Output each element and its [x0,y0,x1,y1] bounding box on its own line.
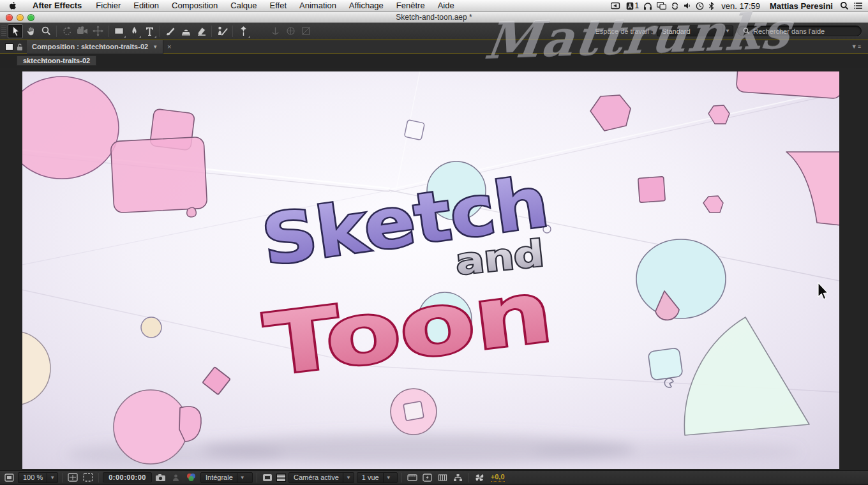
pink-teardrop [187,207,197,217]
magnification-value: 100 % [23,474,43,481]
notification-center-icon[interactable] [853,2,863,10]
chevron-down-icon: ▼ [383,473,391,482]
safe-zones-icon[interactable] [66,472,79,483]
unified-camera-tool[interactable] [75,24,90,38]
lock-icon[interactable] [16,43,24,51]
menu-after-effects[interactable]: After Effects [25,0,89,12]
displays-icon[interactable] [657,2,666,10]
hand-tool[interactable] [23,24,38,38]
show-snapshot-icon[interactable] [170,472,183,483]
eraser-tool[interactable] [193,24,209,38]
bottombar-divider [401,473,402,482]
view-layout-dropdown[interactable]: 1 vue ▼ [357,472,398,483]
composition-image: Sketch and Toon [22,71,839,469]
brush-tool[interactable] [163,24,178,38]
chevron-down-icon: ▼ [47,473,55,482]
exposure-icon[interactable] [473,472,486,483]
channels-icon[interactable] [185,472,198,483]
axis-mode-local-icon[interactable] [267,24,283,38]
toolbar-grip[interactable] [1,26,6,37]
macos-menubar: After Effects Fichier Edition Compositio… [0,0,868,12]
composition-breadcrumb[interactable]: sktechtoon-traits-02 [17,56,96,66]
toggle-mask-icon[interactable] [261,472,274,483]
search-icon [743,27,750,34]
input-source-count: 1 [635,1,640,10]
resolution-value: Intégrale [206,474,233,481]
pink-square-large [110,137,207,213]
menubar-status: 1 ven. 17:59 Mattias Peresini [611,1,868,11]
outline-square-top [404,120,424,140]
help-search-input[interactable] [753,27,856,35]
bottombar-divider [98,473,99,482]
toolbar-divider [56,26,57,37]
menubar-clock[interactable]: ven. 17:59 [719,1,763,11]
toolbar-divider [232,26,233,37]
exposure-value[interactable]: +0,0 [491,473,505,482]
mini-flowchart-icon[interactable] [452,472,465,483]
menu-fichier[interactable]: Fichier [89,0,127,12]
viewer-options-icon[interactable] [3,472,15,483]
panel-tabbar: Composition : sktechtoon-traits-02 ▼ × ▼… [0,40,868,54]
screen: After Effects Fichier Edition Compositio… [0,0,868,485]
type-tool[interactable] [142,24,157,38]
pan-behind-tool[interactable] [90,24,105,38]
cyan-circle-right [636,239,726,318]
tab-menu-chevron-icon[interactable]: ▼ [153,44,158,50]
menubar-user[interactable]: Mattias Peresini [767,1,835,11]
menu-effet[interactable]: Effet [264,0,294,12]
reset-exposure-icon[interactable] [437,472,449,483]
snapshot-icon[interactable] [154,472,167,483]
workspace-label: Espace de travail : [595,27,654,35]
screen-capture-icon[interactable] [611,2,622,10]
composition-tab[interactable]: Composition : sktechtoon-traits-02 ▼ [27,40,163,54]
tab-close-icon[interactable]: × [163,43,175,50]
roto-brush-tool[interactable] [214,24,230,38]
zoom-tool[interactable] [38,24,54,38]
menu-animation[interactable]: Animation [293,0,343,12]
menu-affichage[interactable]: Affichage [343,0,390,12]
menu-composition[interactable]: Composition [165,0,224,12]
spotlight-icon[interactable] [840,1,849,10]
transparency-grid-icon[interactable] [276,474,286,482]
menu-edition[interactable]: Edition [127,0,165,12]
chevron-down-icon: ▼ [722,26,730,36]
panel-thumbnail-icon[interactable] [5,43,13,50]
composition-viewport[interactable]: Sketch and Toon [0,68,868,470]
timeline-icon[interactable] [406,472,419,483]
sync-icon[interactable] [671,2,679,10]
chevron-down-icon: ▼ [237,473,245,482]
input-source-icon[interactable]: 1 [626,1,640,10]
resolution-dropdown[interactable]: Intégrale ▼ [200,472,253,483]
pink-square-mid-right [638,177,666,203]
toolbar-divider [211,26,212,37]
current-time-field[interactable]: 0:00:00:00 [103,472,152,482]
selection-tool[interactable] [8,24,23,38]
pen-tool[interactable] [126,24,142,38]
volume-icon[interactable] [684,2,691,10]
bluetooth-icon[interactable] [708,2,714,10]
clone-stamp-tool[interactable] [178,24,193,38]
camera-dropdown[interactable]: Caméra active ▼ [288,472,354,483]
magnification-dropdown[interactable]: 100 % ▼ [18,472,58,483]
flowchart-icon[interactable] [421,472,434,483]
ae-toolbar: Espace de travail : Standard ▼ [0,23,868,40]
workspace-dropdown[interactable]: Standard ▼ [657,26,733,36]
menu-aide[interactable]: Aide [431,0,461,12]
rotation-tool[interactable] [59,24,75,38]
bottombar-divider [257,473,257,482]
menu-fenetre[interactable]: Fenêtre [390,0,431,12]
shape-tool[interactable] [111,24,126,38]
axis-mode-world-icon[interactable] [283,24,298,38]
help-searchbox[interactable] [737,26,862,36]
window-titlebar[interactable]: Sketch-and-toon.aep * [0,12,868,23]
menu-calque[interactable]: Calque [224,0,263,12]
puppet-pin-tool[interactable] [236,24,251,38]
headphones-icon[interactable] [643,2,652,10]
chevron-down-icon: ▼ [343,473,351,482]
time-machine-icon[interactable] [696,2,704,10]
bottombar-divider [468,473,469,482]
region-of-interest-icon[interactable] [82,472,94,483]
panel-menu-icon[interactable]: ▼≡ [851,43,868,50]
axis-mode-view-icon[interactable] [298,24,313,38]
apple-menu-icon[interactable] [0,1,25,10]
